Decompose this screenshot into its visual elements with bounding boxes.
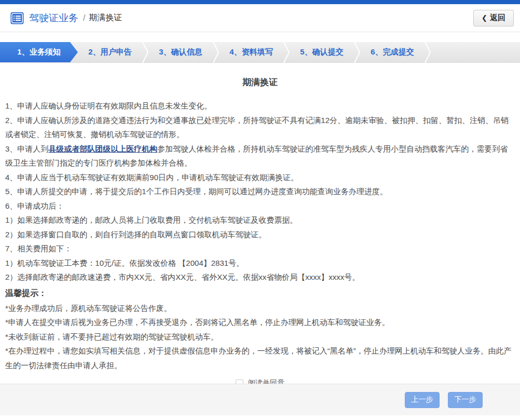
step-separator-icon [142, 42, 148, 62]
breadcrumb-separator: / [83, 13, 85, 23]
wizard-step-6: 6、完成提交 [360, 42, 425, 62]
breadcrumb-section[interactable]: 驾驶证业务 [29, 11, 78, 25]
agree-checkbox[interactable] [236, 380, 243, 384]
notice-line: 2）选择邮政寄递的邮政速递费，市内XX元、省内XX元、省外XX元。依据xx省物价… [5, 270, 515, 284]
breadcrumb-current: 期满换证 [89, 12, 122, 23]
next-step-button[interactable]: 下一步 [448, 392, 483, 408]
step-separator-icon [425, 42, 431, 62]
notice-content: 期满换证 1、申请人应确认身份证明在有效期限内且信息未发生变化。 2、申请人应确… [0, 63, 520, 384]
previous-step-button[interactable]: 上一步 [405, 392, 440, 408]
tip-line: *未收到新证前，请不要持已超过有效期的驾驶证驾驶机动车。 [5, 330, 515, 344]
notice-line: 6、申请成功后： [5, 199, 515, 213]
tips-title: 温馨提示： [5, 286, 515, 301]
step-wizard: 1、业务须知 2、用户申告 3、确认信息 4、资料填写 5、确认提交 6、完成提… [0, 42, 520, 63]
action-footer: 上一步 下一步 [0, 384, 520, 415]
back-chevron-icon: ❮ [482, 14, 487, 22]
notice-line: 1、申请人应确认身份证明在有效期限内且信息未发生变化。 [5, 99, 515, 113]
step-separator-icon [213, 42, 219, 62]
wizard-step-1: 1、业务须知 [0, 42, 78, 62]
back-button-label: 返回 [490, 13, 505, 23]
bottom-strip [0, 415, 520, 419]
wizard-step-2: 2、用户申告 [78, 42, 142, 62]
step-separator-icon [354, 42, 360, 62]
wizard-step-4: 4、资料填写 [219, 42, 283, 62]
back-button[interactable]: ❮ 返回 [473, 10, 514, 26]
menu-list-icon [10, 12, 24, 24]
notice-emphasis: 县级或者部队团级以上医疗机构 [48, 144, 157, 153]
notice-line: 4、申请人应当于机动车驾驶证有效期满前90日内，申请机动车驾驶证有效期满换证。 [5, 170, 515, 185]
notice-line: 1）机动车驾驶证工本费：10元/证。依据发改价格 【2004】2831号。 [5, 256, 515, 270]
notice-line: 2、申请人应确认所涉及的道路交通违法行为和交通事故已处理完毕，所持驾驶证不具有记… [5, 113, 515, 142]
notice-text: 3、申请人到 [5, 144, 48, 153]
step-separator-icon [283, 42, 290, 62]
notice-line: 1）如果选择邮政寄递的，邮政人员将上门收取费用，交付机动车驾驶证及收费票据。 [5, 213, 515, 227]
page-header: 驾驶证业务 / 期满换证 ❮ 返回 [0, 4, 520, 32]
notice-line: 3、申请人到县级或者部队团级以上医疗机构参加驾驶人体检并合格，所持机动车驾驶证的… [5, 142, 515, 170]
wizard-filler [431, 42, 520, 62]
breadcrumb: 驾驶证业务 / 期满换证 [10, 11, 122, 25]
notice-line: 2）如果选择窗口自取的，则自行到选择的自取网点窗口领取机动车驾驶证。 [5, 227, 515, 242]
notice-line: 7、相关费用如下： [5, 241, 515, 256]
wizard-step-3: 3、确认信息 [148, 42, 213, 62]
tip-line: *在办理过程中，请您如实填写相关信息，对于提供虚假信息申办业务的，一经发现，将被… [5, 344, 515, 372]
notice-line: 5、申请人所提交的申请，将于提交后的1个工作日内受理，期间可以通过网办进度查询功… [5, 184, 515, 199]
agree-row: 阅读并同意 [5, 378, 515, 384]
tip-line: *申请人在提交申请后视为业务已办理，不再接受退办，否则将记入黑名单，停止办理网上… [5, 315, 515, 330]
page-title: 期满换证 [5, 76, 515, 88]
agree-label[interactable]: 阅读并同意 [248, 378, 284, 384]
wizard-step-5: 5、确认提交 [290, 42, 354, 62]
tip-line: *业务办理成功后，原机动车驾驶证将公告作废。 [5, 301, 515, 316]
top-accent-bar [0, 0, 520, 4]
